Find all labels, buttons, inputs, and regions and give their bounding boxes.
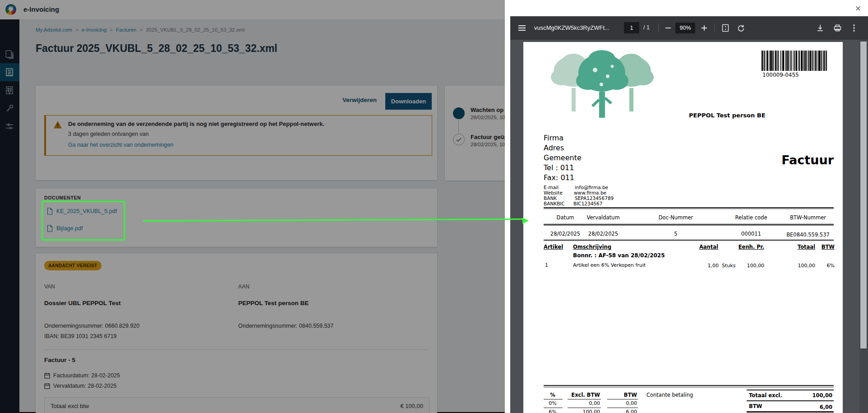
- sliders-icon: [5, 121, 14, 131]
- sidebar-item-facturen-active[interactable]: [0, 63, 19, 81]
- pdf-contact-label: Website: [544, 190, 563, 195]
- plus-icon: [701, 25, 707, 31]
- warning-overview-link[interactable]: Ga naar het overzicht van ondernemingen: [68, 142, 173, 148]
- barcode: [762, 51, 828, 71]
- items-header-eenhpr: Eenh. Pr.: [739, 244, 764, 250]
- download-icon: [817, 24, 824, 32]
- due-date: Vervaldatum: 28-02-2025: [53, 383, 116, 389]
- pdf-rule: [544, 240, 834, 241]
- meta-value-datum: 28/02/2025: [550, 231, 580, 237]
- item-total: 100,00: [798, 263, 816, 269]
- to-enterprise-number: Ondernemingsnummer: 0840.559.537: [238, 323, 333, 329]
- pdf-rule: [544, 209, 834, 209]
- kebab-menu-icon: [853, 24, 855, 32]
- breadcrumb: My.Adsolut.com > e-Invoicing > Facturen …: [36, 27, 245, 32]
- pdf-rule: [544, 408, 563, 408]
- actions-card: Verwijderen Downloaden De onderneming va…: [36, 86, 437, 180]
- breadcrumb-einvoicing[interactable]: e-Invoicing: [82, 27, 107, 32]
- invoice-date: Factuurdatum: 28-02-2025: [53, 372, 120, 379]
- invoice-list-icon: [5, 67, 14, 77]
- pdf-preview-panel: × vuscMg0KZW5kc3RyZWFt... 1 / 1 90%: [505, 0, 868, 413]
- items-header-btw: BTW: [822, 244, 835, 250]
- fit-page-icon: [722, 24, 729, 32]
- timeline-step-current-dot: [453, 107, 465, 119]
- pdf-rule: [544, 399, 563, 399]
- total-vat-label: BTW: [749, 403, 762, 409]
- totals-row: Totaal excl btw € 100,00: [44, 397, 429, 413]
- close-icon: ×: [855, 4, 861, 14]
- pdf-contact-value: BIC1234567: [573, 201, 602, 206]
- vat-row2-pct: 6%: [549, 409, 556, 413]
- annotation-arrow-head: [522, 218, 529, 224]
- rotate-button[interactable]: [735, 23, 747, 33]
- items-header-totaal: Totaal: [798, 244, 815, 250]
- item-description: Artikel een 6% Verkopen fruit: [573, 262, 646, 268]
- calendar-icon: [44, 372, 50, 379]
- print-button[interactable]: [831, 23, 843, 33]
- sidebar-item-ondernemingen[interactable]: [0, 81, 19, 99]
- total-excl-value: € 100,00: [400, 403, 423, 409]
- from-label: VAN: [44, 283, 55, 290]
- timeline-step2-title: Factuur geüpl: [471, 134, 509, 140]
- invoice-number-title: Factuur - 5: [44, 357, 75, 363]
- vat-row1-btw: 0,00: [626, 400, 637, 406]
- zoom-level-input[interactable]: 90%: [675, 23, 695, 33]
- screen: e-Invoicing: [0, 0, 868, 413]
- zoom-in-button[interactable]: [699, 23, 710, 33]
- download-pdf-button[interactable]: [814, 23, 826, 33]
- delete-button[interactable]: Verwijderen: [337, 97, 382, 103]
- items-header-artikel: Artikel: [544, 244, 563, 250]
- meta-value-btwnummer: BE0840.559.537: [786, 232, 830, 238]
- item-qty: 1,00: [708, 263, 719, 269]
- pdf-doc-title: Factuur: [781, 153, 834, 167]
- warning-icon: [53, 121, 62, 129]
- pdf-page-input[interactable]: 1: [624, 22, 639, 33]
- pdf-menu-button[interactable]: [516, 23, 528, 33]
- timeline-connector: [458, 120, 459, 133]
- pdf-page-total: / 1: [643, 24, 650, 31]
- pdf-rule: [544, 207, 834, 208]
- company-logo-trees: [548, 46, 656, 119]
- meta-value-relatiecode: 000011: [741, 231, 761, 237]
- items-bonnr: Bonnr. : AF-58 van 28/02/2025: [573, 252, 665, 259]
- page-title: Factuur 2025_VKUBL_5_28_02_25_10_53_32.x…: [36, 42, 277, 55]
- download-button[interactable]: Downloaden: [385, 93, 432, 110]
- pdf-company-line: Adres: [544, 144, 564, 152]
- toolbar-separator: [714, 23, 715, 32]
- barcode-label: 100009-0455: [762, 72, 799, 78]
- pdf-scrollbar-thumb[interactable]: [860, 42, 867, 348]
- pdf-contact-label: BANK: [544, 195, 557, 201]
- vat-row2-btw: 6,00: [626, 409, 637, 413]
- from-iban: IBAN: BE39 1031 2345 6719: [44, 333, 117, 339]
- more-options-button[interactable]: [849, 23, 859, 33]
- toolbar-separator: [658, 23, 659, 32]
- item-unit-price: 100,00: [747, 263, 765, 269]
- sidebar-item-instellingen[interactable]: [0, 117, 19, 135]
- pdf-rule: [544, 224, 834, 225]
- breadcrumb-separator: >: [139, 27, 143, 32]
- total-excl-label: Totaal excl.: [749, 392, 782, 399]
- sidebar-item-dossiers[interactable]: [0, 45, 19, 63]
- total-excl-label: Totaal excl btw: [51, 403, 89, 409]
- total-excl-value: 100,00: [813, 392, 832, 399]
- key-icon: [5, 103, 14, 113]
- warning-subtext: 3 dagen geleden ontvangen van: [68, 131, 149, 137]
- pdf-rule: [544, 387, 834, 387]
- pdf-scrollbar-track[interactable]: [859, 40, 868, 413]
- pdf-rule: [544, 385, 834, 386]
- meta-header-relatiecode: Relatie code: [735, 214, 767, 221]
- item-unit: Stuks: [722, 263, 735, 269]
- fit-page-button[interactable]: [720, 23, 731, 33]
- building-icon: [5, 85, 14, 95]
- sidebar-item-toegang[interactable]: [0, 99, 19, 117]
- panel-close-button[interactable]: ×: [852, 3, 864, 14]
- pdf-rule: [747, 411, 834, 413]
- to-name: PEPPOL Test person BE: [238, 300, 309, 306]
- breadcrumb-facturen[interactable]: Facturen: [116, 27, 136, 32]
- pdf-recipient-name: PEPPOL Test person BE: [689, 112, 766, 119]
- breadcrumb-home[interactable]: My.Adsolut.com: [36, 27, 72, 32]
- invoice-details-card: AANDACHT VEREIST VAN AAN Dossier UBL PEP…: [36, 254, 437, 413]
- zoom-out-button[interactable]: [663, 23, 674, 33]
- pdf-viewer-embed: vuscMg0KZW5kc3RyZWFt... 1 / 1 90%: [510, 16, 868, 413]
- timeline-step-done-dot: [453, 134, 465, 145]
